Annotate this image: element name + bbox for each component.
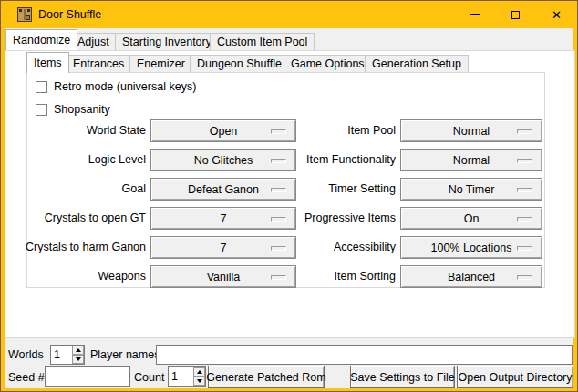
retro-mode-checkbox-row: Retro mode (universal keys) bbox=[36, 80, 196, 93]
crystals-gt-value: 7 bbox=[221, 212, 227, 225]
worlds-label: Worlds bbox=[8, 348, 44, 361]
item-functionality-dropdown[interactable]: Normal bbox=[400, 149, 542, 171]
save-settings-button[interactable]: Save Settings to File bbox=[350, 366, 455, 388]
seed-label: Seed # bbox=[8, 371, 45, 384]
goal-value: Defeat Ganon bbox=[188, 183, 259, 196]
player-names-input[interactable] bbox=[156, 345, 573, 365]
tab-entrances[interactable]: Entrances bbox=[66, 55, 131, 72]
tab-custom-item-pool[interactable]: Custom Item Pool bbox=[210, 33, 315, 50]
retro-mode-label: Retro mode (universal keys) bbox=[54, 80, 196, 93]
generate-patched-rom-button[interactable]: Generate Patched Rom bbox=[208, 366, 325, 388]
count-label: Count bbox=[134, 371, 164, 384]
timer-setting-label: Timer Setting bbox=[274, 178, 396, 201]
weapons-value: Vanilla bbox=[207, 271, 241, 284]
tab-items[interactable]: Items bbox=[26, 52, 69, 73]
tab-generation-setup[interactable]: Generation Setup bbox=[365, 55, 469, 72]
close-button[interactable]: ✕ bbox=[536, 1, 577, 28]
item-functionality-row: Item Functionality Normal bbox=[274, 149, 547, 171]
item-pool-dropdown[interactable]: Normal bbox=[400, 119, 542, 142]
window-controls: ✕ bbox=[454, 1, 577, 28]
crystals-ganon-label: Crystals to harm Ganon bbox=[18, 236, 146, 259]
item-functionality-label: Item Functionality bbox=[274, 149, 396, 171]
crystals-ganon-row: Crystals to harm Ganon 7 bbox=[27, 236, 301, 259]
timer-setting-dropdown[interactable]: No Timer bbox=[400, 178, 542, 201]
item-sorting-label: Item Sorting bbox=[274, 265, 396, 288]
item-pool-label: Item Pool bbox=[274, 119, 396, 142]
accessibility-dropdown[interactable]: 100% Locations bbox=[400, 236, 542, 259]
tab-enemizer[interactable]: Enemizer bbox=[129, 55, 192, 72]
maximize-button[interactable] bbox=[495, 1, 536, 28]
weapons-label: Weapons bbox=[18, 265, 146, 288]
shopsanity-label: Shopsanity bbox=[54, 103, 110, 116]
spinner-up-button[interactable] bbox=[193, 367, 205, 377]
seed-input[interactable] bbox=[45, 366, 130, 387]
item-sorting-dropdown[interactable]: Balanced bbox=[400, 265, 542, 288]
door-shuffle-window: Door Shuffle ✕ Randomize Adjust Starting… bbox=[0, 0, 578, 392]
window-title: Door Shuffle bbox=[38, 8, 101, 21]
logic-level-value: No Glitches bbox=[194, 154, 253, 167]
dropdown-indicator-icon bbox=[517, 188, 532, 192]
item-pool-value: Normal bbox=[453, 125, 490, 138]
item-pool-row: Item Pool Normal bbox=[274, 119, 547, 142]
items-panel: Retro mode (universal keys) Shopsanity W… bbox=[26, 72, 545, 288]
goal-row: Goal Defeat Ganon bbox=[27, 178, 301, 201]
weapons-row: Weapons Vanilla bbox=[27, 265, 301, 288]
close-icon: ✕ bbox=[552, 9, 562, 21]
logic-level-label: Logic Level bbox=[18, 149, 146, 171]
minimize-icon bbox=[470, 14, 480, 15]
spinner-down-button[interactable] bbox=[72, 355, 84, 364]
dropdown-indicator-icon bbox=[517, 275, 532, 280]
dropdown-indicator-icon bbox=[517, 159, 532, 163]
timer-setting-row: Timer Setting No Timer bbox=[274, 178, 547, 201]
minimize-button[interactable] bbox=[454, 1, 495, 28]
spinner-down-button[interactable] bbox=[193, 377, 205, 386]
crystals-gt-label: Crystals to open GT bbox=[18, 207, 146, 230]
progressive-items-row: Progressive Items On bbox=[274, 207, 547, 230]
item-sorting-value: Balanced bbox=[448, 271, 495, 284]
progressive-items-value: On bbox=[464, 212, 480, 225]
dropdown-indicator-icon bbox=[517, 217, 532, 222]
tab-dungeon-shuffle[interactable]: Dungeon Shuffle bbox=[190, 55, 289, 72]
dropdown-indicator-icon bbox=[517, 129, 532, 134]
door-icon bbox=[17, 7, 32, 22]
world-state-label: World State bbox=[18, 119, 146, 142]
accessibility-row: Accessibility 100% Locations bbox=[274, 236, 547, 259]
spinner-up-button[interactable] bbox=[72, 346, 84, 355]
worlds-value: 1 bbox=[51, 346, 72, 364]
arrow-down-icon bbox=[197, 379, 202, 383]
goal-label: Goal bbox=[18, 178, 146, 201]
shopsanity-checkbox[interactable] bbox=[36, 104, 47, 116]
open-output-directory-button[interactable]: Open Output Directory bbox=[457, 366, 573, 388]
accessibility-value: 100% Locations bbox=[431, 242, 512, 254]
item-functionality-value: Normal bbox=[453, 154, 490, 167]
player-names-label: Player names bbox=[90, 348, 160, 361]
item-sorting-row: Item Sorting Balanced bbox=[274, 265, 547, 288]
crystals-gt-row: Crystals to open GT 7 bbox=[27, 207, 301, 230]
dropdown-indicator-icon bbox=[517, 246, 532, 251]
count-spinner-buttons bbox=[193, 367, 205, 386]
tab-starting-inventory[interactable]: Starting Inventory bbox=[115, 33, 219, 50]
title-bar: Door Shuffle ✕ bbox=[1, 1, 577, 28]
progressive-items-label: Progressive Items bbox=[274, 207, 396, 230]
accessibility-label: Accessibility bbox=[274, 236, 396, 259]
shopsanity-checkbox-row: Shopsanity bbox=[36, 103, 110, 116]
logic-level-row: Logic Level No Glitches bbox=[27, 149, 301, 171]
tab-game-options[interactable]: Game Options bbox=[284, 55, 372, 72]
world-state-value: Open bbox=[210, 125, 238, 138]
tab-randomize[interactable]: Randomize bbox=[5, 29, 77, 50]
retro-mode-checkbox[interactable] bbox=[36, 81, 47, 93]
timer-setting-value: No Timer bbox=[449, 183, 495, 196]
arrow-up-icon bbox=[197, 370, 202, 374]
worlds-spinner[interactable]: 1 bbox=[50, 345, 85, 365]
world-state-row: World State Open bbox=[27, 119, 301, 142]
count-spinner[interactable]: 1 bbox=[168, 366, 206, 387]
arrow-down-icon bbox=[76, 357, 81, 361]
crystals-ganon-value: 7 bbox=[221, 242, 227, 254]
count-value: 1 bbox=[169, 367, 193, 386]
maximize-icon bbox=[511, 11, 520, 19]
progressive-items-dropdown[interactable]: On bbox=[400, 207, 542, 230]
arrow-up-icon bbox=[76, 348, 81, 352]
worlds-spinner-buttons bbox=[72, 346, 84, 364]
